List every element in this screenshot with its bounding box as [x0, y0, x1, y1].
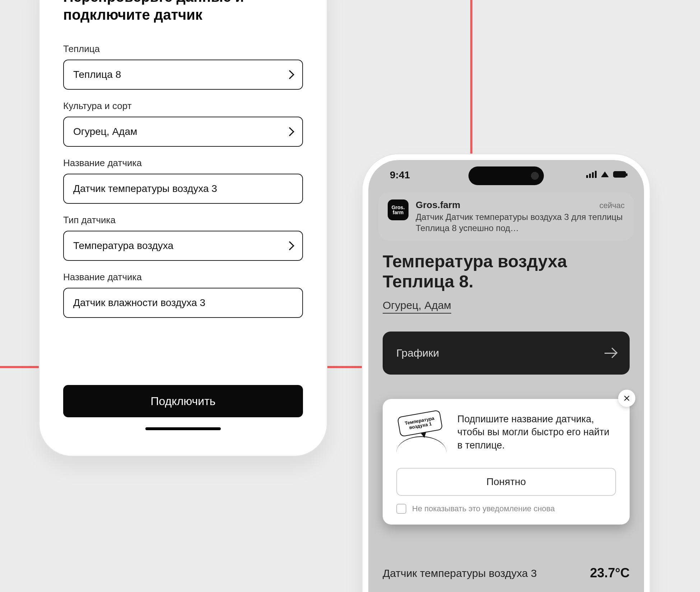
- crop-value: Огурец, Адам: [73, 126, 137, 137]
- dynamic-island: [468, 166, 544, 185]
- push-app-name: Gros.farm: [416, 199, 460, 211]
- push-timestamp: сейчас: [599, 201, 625, 210]
- tip-card: Температура воздуха 1 Подпишите название…: [383, 399, 630, 525]
- chevron-right-icon: [285, 127, 294, 136]
- crop-select[interactable]: Огурец, Адам: [63, 117, 303, 147]
- sensor-type-select[interactable]: Температура воздуха: [63, 231, 303, 261]
- tip-tag-label: Температура воздуха 1: [397, 410, 443, 437]
- dont-show-label: Не показывать это уведомление снова: [412, 504, 555, 513]
- close-icon: [623, 395, 630, 402]
- phone-frame-right: 9:41 Gros. farm Gros.farm сейчас Датчик …: [363, 154, 650, 592]
- guide-line-vertical: [470, 0, 472, 156]
- sensor-value: 23.7°C: [590, 565, 630, 581]
- greenhouse-value: Теплица 8: [73, 69, 121, 80]
- phone-frame-left: Перепроверьте данные и подключите датчик…: [39, 0, 327, 456]
- battery-icon: [613, 171, 626, 178]
- tip-ok-button[interactable]: Понятно: [396, 468, 616, 496]
- crop-link[interactable]: Огурец, Адам: [383, 299, 451, 314]
- field-label-greenhouse: Теплица: [63, 43, 303, 55]
- field-label-sensor-type: Тип датчика: [63, 215, 303, 226]
- push-message: Датчик Датчик температуры воздуха 3 для …: [416, 211, 625, 234]
- statusbar-time: 9:41: [390, 169, 410, 181]
- tip-close-button[interactable]: [618, 390, 635, 407]
- chevron-right-icon: [285, 70, 294, 79]
- status-bar: 9:41: [368, 160, 644, 189]
- push-notification[interactable]: Gros. farm Gros.farm сейчас Датчик Датчи…: [378, 192, 634, 241]
- page-title: Перепроверьте данные и подключите датчик: [63, 0, 303, 24]
- field-label-crop: Культура и сорт: [63, 100, 303, 112]
- charts-label: Графики: [396, 347, 439, 359]
- tip-text: Подпишите название датчика, чтобы вы мог…: [457, 413, 616, 452]
- cellular-icon: [586, 171, 597, 178]
- sensor-name-value-1: Датчик температуры воздуха 3: [73, 183, 217, 194]
- guide-line-horizontal-left: [0, 366, 43, 368]
- dont-show-again[interactable]: Не показывать это уведомление снова: [396, 504, 616, 514]
- field-label-sensor-name-2: Название датчика: [63, 272, 303, 283]
- connect-button[interactable]: Подключить: [63, 385, 303, 417]
- sensor-name-input-2[interactable]: Датчик влажности воздуха 3: [63, 288, 303, 318]
- sensor-name-value-2: Датчик влажности воздуха 3: [73, 297, 205, 309]
- push-app-icon: Gros. farm: [388, 199, 409, 220]
- sensor-row[interactable]: Датчик температуры воздуха 3 23.7°C: [383, 565, 630, 581]
- guide-line-horizontal-mid: [327, 366, 363, 368]
- chevron-right-icon: [285, 241, 294, 250]
- charts-card[interactable]: Графики: [383, 332, 630, 375]
- greenhouse-select[interactable]: Теплица 8: [63, 60, 303, 90]
- screen-title: Температура воздуха Теплица 8.: [383, 252, 630, 291]
- checkbox-icon[interactable]: [396, 504, 406, 514]
- wifi-icon: [601, 172, 609, 177]
- sensor-name: Датчик температуры воздуха 3: [383, 566, 537, 580]
- sensor-type-value: Температура воздуха: [73, 240, 173, 252]
- tip-illustration: Температура воздуха 1: [396, 413, 447, 456]
- field-label-sensor-name-1: Название датчика: [63, 158, 303, 169]
- sensor-name-input-1[interactable]: Датчик температуры воздуха 3: [63, 174, 303, 204]
- home-indicator: [145, 427, 221, 430]
